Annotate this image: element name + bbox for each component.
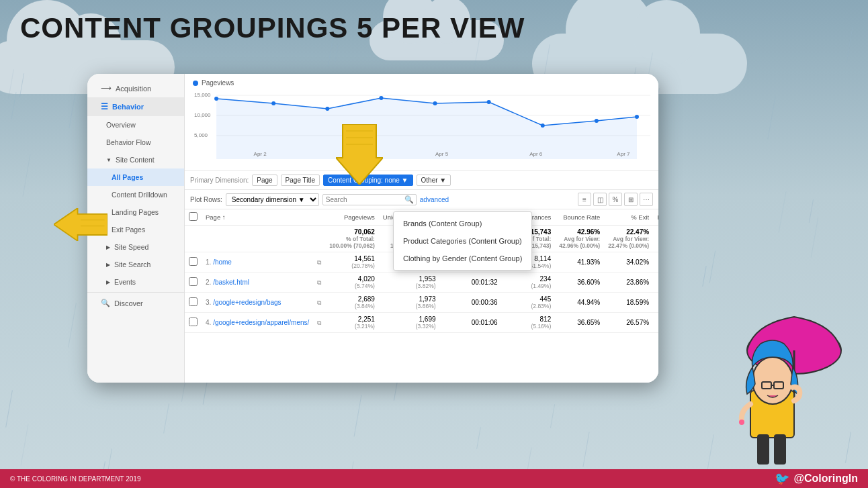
dropdown-item-product-categories[interactable]: Product Categories (Content Group): [394, 232, 531, 250]
dropdown-item-clothing-gender[interactable]: Clothing by Gender (Content Group): [394, 250, 531, 267]
col-pageviews: Pageviews: [325, 209, 379, 226]
comparison-view-icon[interactable]: ◫: [593, 193, 607, 206]
percent-view-icon[interactable]: %: [609, 193, 622, 206]
table-row: 4. /google+redesign/apparel/mens/ ⧉ 2,25…: [185, 313, 658, 333]
chart-dot-pageviews: [193, 81, 198, 86]
svg-point-14: [635, 115, 639, 119]
girl-character: [700, 287, 848, 475]
ga-main-content: Pageviews 15,000 10,000 5,000: [185, 74, 658, 383]
col-exit: % Exit: [604, 209, 653, 226]
discover-icon: 🔍: [101, 299, 110, 307]
triangle-icon: ▼: [106, 157, 112, 163]
svg-text:5,000: 5,000: [194, 132, 208, 138]
svg-point-9: [379, 96, 383, 100]
content-grouping-dropdown: Brands (Content Group) Product Categorie…: [393, 211, 532, 271]
svg-rect-36: [774, 434, 786, 465]
scatter-view-icon[interactable]: ⋯: [640, 193, 653, 206]
table-view-icon[interactable]: ≡: [578, 193, 591, 206]
svg-point-12: [541, 124, 545, 128]
select-all-checkbox[interactable]: [189, 212, 198, 221]
svg-text:15,000: 15,000: [194, 92, 211, 98]
dimension-bar: Primary Dimension: Page Page Title Conte…: [185, 171, 658, 190]
row-checkbox-1[interactable]: [189, 257, 198, 266]
svg-marker-20: [336, 124, 383, 185]
svg-point-6: [214, 97, 218, 101]
page-icon-3: ⧉: [317, 299, 321, 306]
site-search-triangle-icon: ▶: [106, 262, 110, 268]
row-checkbox-3[interactable]: [189, 297, 198, 306]
col-bounce-rate: Bounce Rate: [555, 209, 604, 226]
page-icon-1: ⧉: [317, 259, 321, 266]
svg-text:Apr 2: Apr 2: [254, 151, 267, 157]
sidebar-item-overview[interactable]: Overview: [87, 116, 184, 134]
search-icon: 🔍: [404, 195, 414, 204]
dim-other-btn[interactable]: Other ▼: [417, 175, 451, 186]
sidebar-item-all-pages[interactable]: All Pages: [87, 168, 184, 186]
page-link-4[interactable]: /google+redesign/apparel/mens/: [213, 319, 309, 326]
search-wrap: 🔍: [322, 194, 417, 205]
behavior-icon: ☰: [101, 102, 108, 111]
dropdown-item-brands[interactable]: Brands (Content Group): [394, 215, 531, 232]
col-icon: [313, 209, 325, 226]
sidebar-item-behavior[interactable]: ☰ Behavior: [87, 97, 184, 116]
dim-page-title-btn[interactable]: Page Title: [281, 175, 320, 186]
svg-point-8: [325, 107, 329, 111]
yellow-down-arrow: [336, 124, 383, 185]
svg-point-10: [433, 101, 437, 105]
acquisition-icon: ⟶: [101, 84, 112, 93]
sidebar-item-site-content[interactable]: ▼ Site Content: [87, 151, 184, 168]
twitter-icon: 🐦: [775, 471, 789, 486]
table-row: 3. /google+redesign/bags ⧉ 2,689 (3.84%)…: [185, 293, 658, 313]
search-input[interactable]: [322, 194, 417, 205]
dim-page-btn[interactable]: Page: [252, 175, 277, 186]
sidebar-divider: [87, 292, 184, 293]
sidebar-item-content-drilldown[interactable]: Content Drilldown: [87, 186, 184, 203]
primary-dim-label: Primary Dimension:: [190, 177, 249, 184]
page-link-3[interactable]: /google+redesign/bags: [213, 299, 281, 306]
svg-text:Apr 5: Apr 5: [435, 151, 449, 157]
svg-point-34: [739, 420, 744, 425]
sidebar-item-site-search[interactable]: ▶ Site Search: [87, 256, 184, 273]
page-link-1[interactable]: /home: [213, 258, 232, 266]
controls-bar: Plot Rows: Secondary dimension ▼ 🔍 advan…: [185, 190, 658, 209]
yellow-left-arrow: [54, 208, 107, 245]
page-link-2[interactable]: /basket.html: [213, 279, 249, 286]
sidebar-item-discover[interactable]: 🔍 Discover: [87, 294, 184, 312]
sidebar-item-acquisition[interactable]: ⟶ Acquisition: [87, 79, 184, 97]
svg-point-11: [487, 100, 491, 104]
svg-point-7: [271, 101, 275, 105]
copyright-text: © THE COLORING IN DEPARTMENT 2019: [10, 475, 140, 483]
row-checkbox-4[interactable]: [189, 318, 198, 326]
events-triangle-icon: ▶: [106, 279, 110, 285]
chart-legend: Pageviews: [193, 79, 650, 87]
col-page: Page ↑: [202, 209, 313, 226]
pivot-view-icon[interactable]: ⊞: [624, 193, 638, 206]
svg-rect-35: [757, 434, 769, 465]
svg-text:Apr 7: Apr 7: [617, 151, 630, 157]
col-page-value: Page Val...: [653, 209, 658, 226]
svg-marker-24: [54, 208, 107, 241]
svg-point-13: [595, 119, 599, 123]
view-icon-buttons: ≡ ◫ % ⊞ ⋯: [578, 193, 653, 206]
svg-text:10,000: 10,000: [194, 112, 211, 118]
advanced-button[interactable]: advanced: [420, 196, 449, 203]
browser-card: ⟶ Acquisition ☰ Behavior Overview Behavi…: [87, 74, 658, 383]
page-icon-2: ⧉: [317, 279, 321, 286]
footer-bar: © THE COLORING IN DEPARTMENT 2019 🐦 @Col…: [0, 469, 868, 488]
table-row: 2. /basket.html ⧉ 4,020 (5.74%) 1,953 (3…: [185, 273, 658, 293]
row-checkbox-2[interactable]: [189, 277, 198, 286]
pageviews-chart: 15,000 10,000 5,000: [193, 89, 650, 159]
page-title: CONTENT GROUPINGS 5 PER VIEW: [20, 12, 525, 44]
twitter-handle: 🐦 @ColoringIn: [775, 471, 858, 486]
chart-area: Pageviews 15,000 10,000 5,000: [185, 74, 658, 171]
secondary-dimension-select[interactable]: Secondary dimension ▼: [226, 193, 319, 206]
plot-rows-label: Plot Rows:: [190, 196, 222, 203]
sidebar-item-behavior-flow[interactable]: Behavior Flow: [87, 134, 184, 151]
page-icon-4: ⧉: [317, 320, 321, 326]
svg-text:Apr 6: Apr 6: [529, 151, 543, 157]
sidebar-item-events[interactable]: ▶ Events: [87, 273, 184, 291]
